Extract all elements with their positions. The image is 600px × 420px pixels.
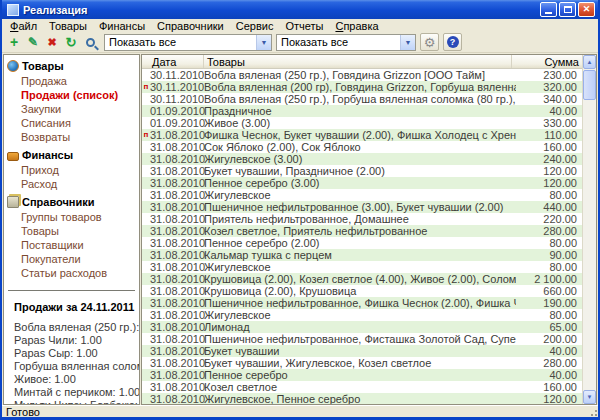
table-row[interactable]: 31.08.2010Крушовица (2.00), Козел светло… [142, 273, 582, 285]
menu-item-товары[interactable]: Товары [43, 20, 93, 32]
filter-2-value: Показать все [277, 36, 400, 48]
cell-items: Крушовица (2.00), Козел светлое (4.00), … [204, 273, 516, 285]
column-header-items[interactable]: Товары [204, 55, 512, 68]
table-row[interactable]: п31.08.2010Фишка Чеснок, Букет чувашии (… [142, 129, 582, 141]
table-row[interactable]: 31.08.2010Жигулевское80.00 [142, 261, 582, 273]
books-icon [7, 196, 19, 208]
table-body: 30.11.2010Вобла вяленая (250 гр.), Говяд… [142, 69, 582, 404]
minimize-button[interactable] [540, 2, 557, 17]
table-row[interactable]: 31.08.2010Жигулевское80.00 [142, 309, 582, 321]
main-content: ТоварыПродажаПродажи (список)ЗакупкиСпис… [2, 53, 598, 405]
cell-items: Вобла вяленная (200 гр), Говядина Grizzo… [204, 81, 516, 93]
table-row[interactable]: 31.08.2010Жигулевское (3.00)240.00 [142, 153, 582, 165]
sidebar-item[interactable]: Поставщики [4, 238, 139, 252]
sidebar-item[interactable]: Расход [4, 177, 139, 191]
sidebar-item[interactable]: Возвраты [4, 130, 139, 144]
cell-sum: 340.00 [516, 93, 582, 105]
sidebar-item[interactable]: Товары [4, 224, 139, 238]
resize-grip[interactable] [586, 407, 598, 417]
table-row[interactable]: 31.08.2010Букет чувашии40.00 [142, 345, 582, 357]
table-row[interactable]: 31.08.2010Пенное серебро (3.00)120.00 [142, 177, 582, 189]
settings-button[interactable]: ⚙ [420, 33, 439, 51]
table-row[interactable]: 31.08.2010Приятель нефильтрованное, Дома… [142, 213, 582, 225]
cell-sum: 90.00 [516, 249, 582, 261]
table-row[interactable]: 31.08.2010Пшеничное нефильтрованное (3.0… [142, 201, 582, 213]
help-button[interactable]: ? [443, 33, 462, 51]
table-row[interactable]: 31.08.2010Козел светлое, Приятель нефиль… [142, 225, 582, 237]
table-row[interactable]: 31.08.2010Пенное серебро (2.00)80.00 [142, 237, 582, 249]
add-record-button[interactable]: + [5, 34, 23, 51]
chevron-down-icon[interactable]: ▼ [256, 35, 271, 50]
cell-sum: 280.00 [516, 225, 582, 237]
table-row[interactable]: 31.08.2010Сок Яблоко (2.00), Сок Яблоко1… [142, 141, 582, 153]
vertical-scrollbar[interactable]: ▲ ▼ [582, 55, 596, 404]
sidebar-section: ФинансыПриходРасход [4, 148, 139, 191]
close-button[interactable]: ✕ [578, 2, 595, 17]
filter-dropdown-2[interactable]: Показать все ▼ [276, 34, 416, 51]
table-row[interactable]: 31.08.2010Крушовица (2.00), Крушовица660… [142, 285, 582, 297]
sidebar-section-header: Финансы [4, 148, 139, 163]
cell-date: 31.08.2010 [150, 393, 204, 404]
table-row[interactable]: 31.08.2010Лимонад65.00 [142, 321, 582, 333]
sidebar-item[interactable]: Приход [4, 163, 139, 177]
delete-record-button[interactable]: ✖ [43, 34, 61, 51]
cell-date: 31.08.2010 [150, 309, 204, 321]
sidebar-item[interactable]: Покупатели [4, 252, 139, 266]
menu-item-справочники[interactable]: Справочники [151, 20, 230, 32]
refresh-button[interactable]: ↻ [62, 34, 80, 51]
table-row[interactable]: 31.08.2010Букет чувашии, Праздничное (2.… [142, 165, 582, 177]
maximize-button[interactable] [559, 2, 576, 17]
column-header-sum[interactable]: Сумма [512, 55, 582, 68]
table-row[interactable]: п30.11.2010Вобла вяленная (200 гр), Говя… [142, 81, 582, 93]
menu-item-справка[interactable]: Справка [329, 20, 384, 32]
table-row[interactable]: 31.08.2010Пшеничное нефильтрованное, Фис… [142, 333, 582, 345]
table-row[interactable]: 01.09.2010Праздничное40.00 [142, 105, 582, 117]
scrollbar-track[interactable] [583, 101, 596, 390]
cell-items: Пшеничное нефильтрованное, Фисташка Золо… [204, 333, 516, 345]
sidebar-item[interactable]: Статьи расходов [4, 266, 139, 280]
cell-sum: 40.00 [516, 369, 582, 381]
sidebar-separator [8, 290, 135, 291]
cell-sum: 160.00 [516, 381, 582, 393]
menu-item-финансы[interactable]: Финансы [93, 20, 151, 32]
column-header-date[interactable]: Дата [142, 55, 204, 68]
sidebar-section-label: Финансы [22, 149, 73, 161]
cell-date: 31.08.2010 [150, 129, 204, 141]
menu-item-файл[interactable]: Файл [4, 20, 43, 32]
chevron-down-icon[interactable]: ▼ [400, 35, 415, 50]
summary-line: Горбуша вяленная соломк [14, 360, 139, 373]
scroll-down-icon[interactable]: ▼ [583, 390, 596, 404]
cell-date: 31.08.2010 [150, 249, 204, 261]
search-button[interactable] [81, 34, 99, 51]
sidebar-section: ТоварыПродажаПродажи (список)ЗакупкиСпис… [4, 59, 139, 144]
table-row[interactable]: 30.11.2010Вобла вяленая (250 гр.), Горбу… [142, 93, 582, 105]
menu-item-сервис[interactable]: Сервис [230, 20, 280, 32]
sidebar-item[interactable]: Продажа [4, 74, 139, 88]
sidebar-item[interactable]: Закупки [4, 102, 139, 116]
row-marker: п [142, 130, 150, 140]
filter-dropdown-1[interactable]: Показать все ▼ [104, 34, 272, 51]
cell-items: Приятель нефильтрованное, Домашнее [204, 213, 516, 225]
table-row[interactable]: 31.08.2010Жигулевское, Пенное серебро120… [142, 393, 582, 404]
sales-table: Дата Товары Сумма 30.11.2010Вобла вялена… [142, 55, 582, 404]
cell-items: Жигулевское [204, 189, 516, 201]
summary-line: Мульти Чипсы Барбекю: 1 [14, 399, 139, 404]
sidebar-item[interactable]: Списания [4, 116, 139, 130]
sidebar-item[interactable]: Продажи (список) [4, 88, 139, 102]
app-window: Реализация ✕ ФайлТоварыФинансыСправочник… [0, 0, 600, 420]
cell-items: Пенное серебро (3.00) [204, 177, 516, 189]
table-row[interactable]: 31.08.2010Кальмар тушка с перцем90.00 [142, 249, 582, 261]
table-row[interactable]: 01.09.2010Живое (3.00)330.00 [142, 117, 582, 129]
table-row[interactable]: 31.08.2010Жигулевское80.00 [142, 189, 582, 201]
table-row[interactable]: 31.08.2010Букет чувашии, Жигулевское, Ко… [142, 357, 582, 369]
scroll-up-icon[interactable]: ▲ [583, 55, 596, 69]
table-row[interactable]: 30.11.2010Вобла вяленая (250 гр.), Говяд… [142, 69, 582, 81]
edit-record-button[interactable]: ✎ [24, 34, 42, 51]
table-row[interactable]: 31.08.2010Пенное серебро40.00 [142, 369, 582, 381]
table-row[interactable]: 31.08.2010Козел светлое160.00 [142, 381, 582, 393]
menu-item-отчеты[interactable]: Отчеты [279, 20, 329, 32]
scrollbar-thumb[interactable] [583, 70, 596, 100]
table-row[interactable]: 31.08.2010Пшеничное нефильтрованное, Фиш… [142, 297, 582, 309]
sidebar-item[interactable]: Группы товаров [4, 210, 139, 224]
summary-line: Papas Сыр: 1.00 [14, 347, 139, 360]
